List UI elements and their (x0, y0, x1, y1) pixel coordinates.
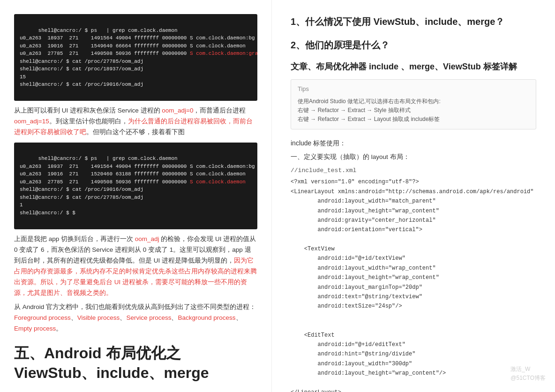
terminal-2: shell@cancro:/ $ ps | grep com.clock.dae… (14, 143, 257, 229)
section-heading: 五、Android 布局优化之 ViewStub、include、merge (14, 344, 257, 383)
terminal-2-line-1: shell@cancro:/ $ ps | grep com.clock.dae… (20, 156, 255, 216)
left-panel: shell@cancro:/ $ ps | grep com.clock.dae… (0, 0, 272, 392)
tips-label: Tips (298, 84, 529, 94)
code-filename: //include_test.xml (291, 166, 536, 176)
include-sublabel: 一、定义要实现（抽取）的 layout 布局： (291, 152, 536, 162)
tips-box: Tips 使用Android Studio 做笔记,可以选择右击布局文件和包内:… (291, 79, 536, 129)
page-container: shell@cancro:/ $ ps | grep com.clock.dae… (0, 0, 555, 392)
right-heading-main: 文章、布局优化神器 include 、merge、ViewStub 标签详解 (291, 61, 536, 73)
right-heading-1: 1、什么情况下使用 ViewStub、include、merge？ (291, 14, 536, 29)
terminal-1-line-1: shell@cancro:/ $ ps | grep com.clock.dae… (20, 28, 257, 88)
include-label: include 标签使用： (291, 138, 536, 148)
para-2: 上面是我把 app 切换到后台，再进行一次 oom_adj 的检验，你会发现 U… (14, 234, 257, 299)
right-panel: 1、什么情况下使用 ViewStub、include、merge？ 2、他们的原… (272, 0, 555, 392)
para-3: 从 Android 官方文档中，我们也能看到优先级从高到低列出了这些不同类型的进… (14, 302, 257, 334)
watermark: 激活_W@51CTO博客 (510, 365, 546, 383)
terminal-1: shell@cancro:/ $ ps | grep com.clock.dae… (14, 14, 257, 101)
xml-code-block: <?xml version="1.0" encoding="utf-8"?> <… (291, 177, 536, 392)
tips-content: 使用Android Studio 做笔记,可以选择右击布局文件和包内: 右键 →… (298, 97, 529, 124)
para-1: 从上图可以看到 UI 进程和灰色保活 Service 进程的 oom_adj=0… (14, 106, 257, 138)
right-heading-2: 2、他们的原理是什么？ (291, 38, 536, 53)
